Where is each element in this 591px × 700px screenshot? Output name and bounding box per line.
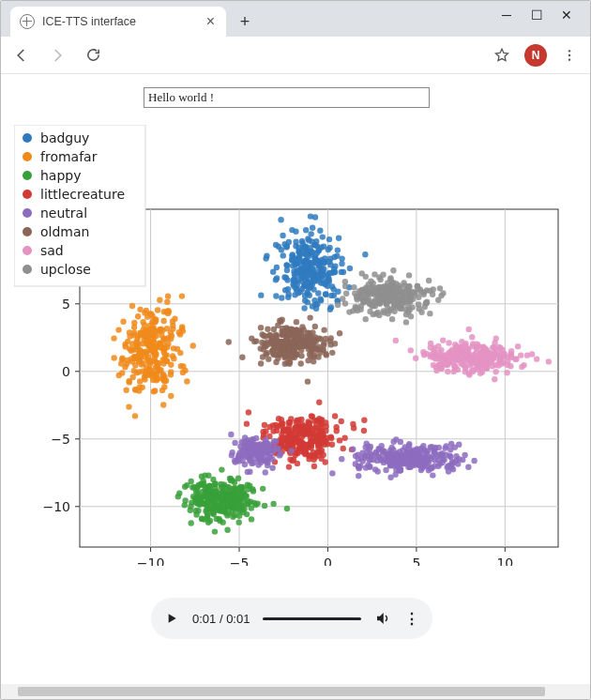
profile-avatar[interactable]: N	[524, 44, 547, 67]
svg-point-2212	[245, 469, 250, 475]
svg-point-808	[195, 495, 201, 500]
svg-point-1804	[492, 362, 498, 368]
svg-point-289	[322, 255, 327, 261]
svg-point-1322	[446, 463, 451, 468]
horizontal-scrollbar[interactable]	[1, 684, 590, 699]
svg-point-1384	[258, 360, 264, 366]
svg-point-390	[165, 293, 171, 298]
svg-point-1850	[474, 359, 479, 365]
svg-point-1851	[459, 354, 464, 359]
svg-point-1821	[432, 345, 437, 351]
svg-point-1066	[302, 442, 308, 448]
svg-point-1824	[485, 352, 491, 358]
svg-text:−10: −10	[137, 555, 165, 566]
svg-point-506	[137, 378, 143, 384]
svg-point-249	[317, 297, 323, 302]
close-icon[interactable]: ×	[205, 13, 217, 30]
svg-point-463	[144, 308, 149, 313]
scrollbar-thumb[interactable]	[18, 687, 545, 696]
svg-point-1588	[265, 339, 270, 344]
svg-point-1063	[323, 439, 328, 445]
svg-point-715	[250, 488, 256, 494]
svg-point-176	[336, 236, 341, 241]
svg-point-546	[158, 342, 163, 347]
svg-point-208	[312, 242, 318, 248]
svg-point-37	[279, 295, 284, 300]
svg-point-1855	[362, 316, 368, 322]
scatter-chart[interactable]: −10−50510−10−505badguyfromafarhappylittl…	[14, 125, 568, 566]
svg-point-199	[339, 261, 344, 266]
svg-text:upclose: upclose	[40, 262, 91, 277]
svg-point-735	[249, 505, 254, 510]
svg-point-1537	[327, 338, 333, 343]
audio-menu-icon[interactable]: ⋮	[404, 610, 419, 628]
maximize-icon[interactable]: ☐	[530, 8, 543, 22]
star-icon[interactable]	[489, 42, 515, 68]
svg-point-275	[290, 263, 296, 268]
svg-point-268	[339, 269, 344, 275]
svg-point-1308	[448, 441, 454, 447]
svg-point-2004	[359, 270, 365, 276]
svg-point-372	[160, 402, 166, 407]
svg-point-801	[228, 476, 234, 481]
svg-point-770	[199, 489, 205, 495]
svg-point-494	[125, 358, 130, 363]
svg-point-202	[323, 291, 328, 297]
minimize-icon[interactable]: ─	[500, 8, 513, 22]
svg-point-1283	[406, 443, 412, 449]
globe-icon	[20, 14, 35, 29]
svg-point-1304	[368, 444, 373, 449]
kebab-menu-icon[interactable]	[556, 42, 583, 68]
svg-point-793	[210, 511, 216, 517]
svg-point-747	[209, 506, 215, 511]
audio-seek-slider[interactable]	[263, 617, 361, 620]
new-tab-button[interactable]: +	[232, 8, 258, 35]
svg-point-1400	[294, 319, 299, 325]
svg-point-855	[337, 437, 342, 443]
svg-point-1395	[305, 358, 311, 363]
svg-point-1133	[329, 470, 335, 476]
svg-point-1576	[265, 350, 270, 356]
svg-point-238	[327, 262, 333, 267]
svg-point-2082	[410, 289, 416, 295]
svg-point-2267	[23, 171, 32, 180]
tts-text-input[interactable]	[144, 87, 430, 108]
svg-point-764	[201, 480, 206, 486]
svg-point-1051	[319, 430, 325, 435]
svg-point-1927	[406, 272, 412, 278]
svg-point-1031	[302, 449, 308, 455]
svg-point-271	[302, 251, 308, 256]
forward-button[interactable]	[44, 42, 70, 68]
svg-point-2273	[23, 227, 32, 236]
svg-point-1810	[413, 356, 418, 361]
close-window-icon[interactable]: ✕	[560, 8, 573, 22]
svg-point-1229	[372, 466, 378, 472]
svg-point-1825	[473, 350, 478, 356]
svg-point-1349	[265, 327, 270, 332]
browser-tab[interactable]: ICE-TTS interface ×	[10, 7, 226, 37]
reload-button[interactable]	[80, 42, 106, 68]
svg-point-1529	[258, 325, 264, 330]
svg-point-2	[568, 58, 570, 60]
svg-point-1672	[515, 343, 521, 349]
svg-point-1839	[428, 352, 433, 358]
svg-point-1591	[293, 352, 298, 358]
svg-point-2275	[23, 246, 32, 255]
back-button[interactable]	[8, 42, 35, 68]
svg-point-543	[120, 319, 126, 325]
svg-point-216	[308, 231, 313, 236]
svg-point-1797	[452, 363, 458, 369]
svg-point-2259	[258, 449, 264, 454]
tab-title: ICE-TTS interface	[42, 15, 197, 28]
svg-point-1338	[321, 327, 326, 332]
svg-point-1070	[315, 449, 321, 455]
svg-point-1191	[456, 442, 462, 448]
svg-point-1307	[436, 445, 442, 450]
play-icon[interactable]	[164, 611, 179, 626]
svg-point-1827	[508, 355, 514, 360]
svg-point-1043	[280, 426, 286, 432]
svg-point-181	[320, 267, 326, 273]
volume-icon[interactable]	[374, 610, 391, 627]
svg-point-773	[199, 515, 205, 521]
svg-point-541	[141, 327, 146, 332]
